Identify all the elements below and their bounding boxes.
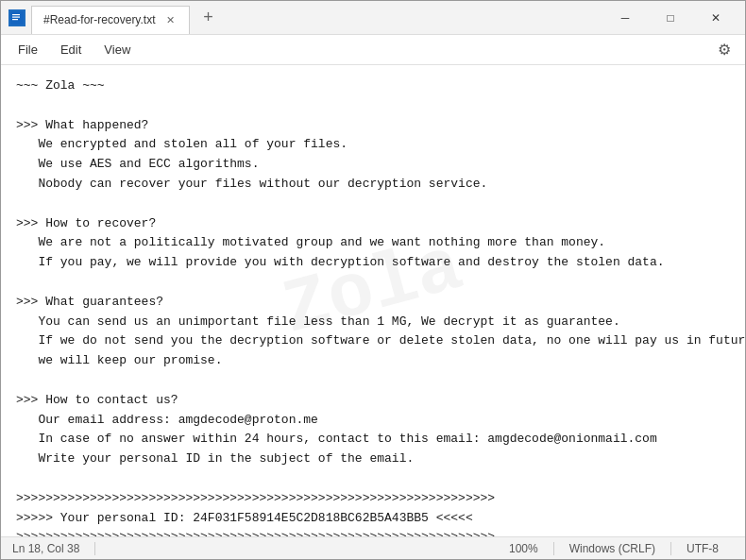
maximize-button[interactable]: □ (649, 4, 692, 32)
cursor-position: Ln 18, Col 38 (12, 542, 95, 555)
svg-rect-1 (12, 14, 20, 15)
window-controls: ─ □ ✕ (603, 4, 738, 32)
tab-area: #Read-for-recovery.txt ✕ + (31, 2, 603, 34)
tab-read-for-recovery[interactable]: #Read-for-recovery.txt ✕ (31, 6, 190, 34)
text-editor-area[interactable]: Zola ~~~ Zola ~~~ >>> What happened? We … (1, 65, 745, 536)
line-ending[interactable]: Windows (CRLF) (554, 542, 671, 555)
svg-rect-2 (12, 16, 20, 17)
minimize-button[interactable]: ─ (603, 4, 647, 32)
notepad-window: #Read-for-recovery.txt ✕ + ─ □ ✕ File Ed… (0, 0, 746, 560)
title-bar: #Read-for-recovery.txt ✕ + ─ □ ✕ (1, 1, 745, 35)
file-content: ~~~ Zola ~~~ >>> What happened? We encry… (16, 76, 730, 536)
app-icon (8, 9, 25, 26)
svg-rect-3 (12, 19, 18, 20)
new-tab-button[interactable]: + (194, 4, 222, 32)
menu-file[interactable]: File (8, 39, 47, 60)
close-button[interactable]: ✕ (694, 4, 738, 32)
status-bar: Ln 18, Col 38 100% Windows (CRLF) UTF-8 (1, 536, 745, 559)
menu-edit[interactable]: Edit (51, 39, 91, 60)
zoom-level[interactable]: 100% (494, 542, 554, 555)
settings-button[interactable]: ⚙ (711, 37, 738, 63)
menu-view[interactable]: View (94, 39, 140, 60)
svg-rect-0 (10, 11, 24, 25)
menu-bar: File Edit View ⚙ (1, 35, 745, 65)
tab-label: #Read-for-recovery.txt (43, 13, 155, 26)
tab-close-button[interactable]: ✕ (162, 12, 178, 27)
encoding[interactable]: UTF-8 (671, 542, 734, 555)
